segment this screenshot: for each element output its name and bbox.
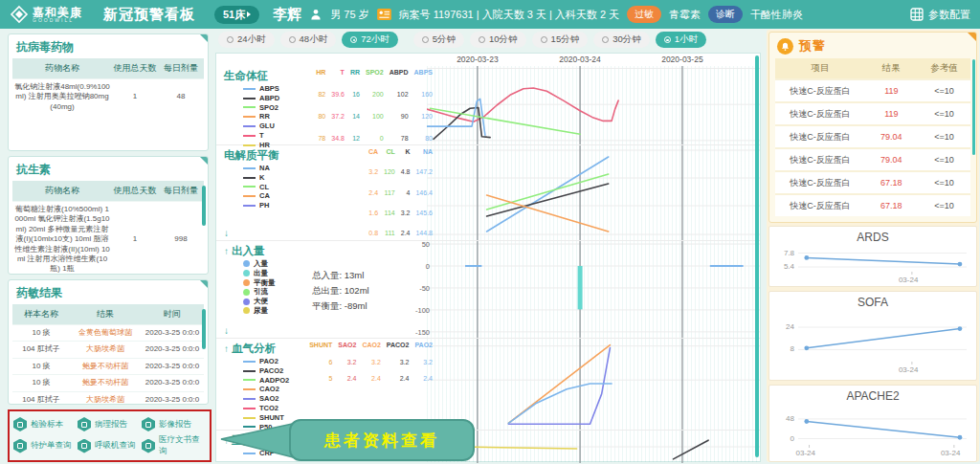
axis-column-ABPS: ABPS16012080	[414, 69, 433, 142]
quick-link-imaging[interactable]: 影像报告	[142, 414, 206, 434]
allergy-value: 青霉素	[669, 8, 701, 22]
warning-row: 快速C-反应蛋白119<=10	[775, 79, 970, 102]
warning-title: 预警	[799, 37, 826, 55]
axis-labels: CA3.22.41.60.8CL120117114111K4.843.22.4N…	[329, 148, 433, 236]
warning-table-wrap: 项目结果参考值快速C-反应蛋白119<=10快速C-反应蛋白119<=10快速C…	[769, 58, 976, 216]
quick-link-medical-docs[interactable]: 医疗文书查询	[142, 434, 206, 457]
interval-button-24小时[interactable]: 24小时	[218, 32, 275, 48]
interval-button-5分钟[interactable]: 5分钟	[413, 32, 464, 48]
legend-swatch	[243, 398, 256, 400]
chart-sections: 生命体征ABPSABPDSPO2RRGLUTHRHR828078T39.637.…	[216, 66, 760, 462]
legend-swatch	[243, 167, 256, 169]
radio-icon	[289, 36, 296, 43]
legend-swatch	[243, 177, 256, 179]
callout-tail	[220, 423, 297, 459]
axis-column-K: K4.843.22.4	[401, 148, 411, 236]
interval-button-72小时[interactable]: 72小时	[342, 32, 398, 48]
y-axis-ticks: 500-50-100-150	[393, 241, 432, 338]
y-tick: -150	[415, 328, 430, 337]
legend-item: CA	[243, 191, 270, 201]
legend-swatch	[243, 307, 250, 314]
score-card-title: ARDS	[769, 227, 976, 244]
legend-swatch	[243, 116, 256, 118]
legend-item: PAO2	[243, 357, 289, 366]
logo-text: 嘉和美康	[33, 7, 82, 18]
up-arrow-icon: ↑	[224, 343, 229, 354]
plot-area-io-volume	[427, 241, 760, 338]
quick-link-pathology[interactable]: 病理报告	[78, 414, 142, 434]
radio-icon	[664, 36, 671, 43]
legend-swatch	[243, 408, 256, 409]
plot-area-electrolyte	[427, 145, 760, 240]
chart-scrollbar[interactable]	[755, 55, 759, 457]
interval-button-15分钟[interactable]: 15分钟	[532, 32, 589, 48]
warning-header: 预警	[769, 33, 976, 57]
imaging-report-icon	[142, 417, 155, 431]
chart-section-io-volume: ↑出入量入量出量平衡量引流大便尿量总入量: 13ml总出量: 102ml平衡量:…	[216, 240, 760, 338]
radio-icon	[227, 36, 234, 43]
legend-item: K	[243, 173, 270, 183]
axis-column-SHUNT: SHUNT65	[309, 342, 332, 382]
legend-item: ABPS	[243, 84, 279, 94]
panel-table: 样本名称结果时间10 痰金黄色葡萄球菌2020-3-25 0:0:0104 肛拭…	[12, 304, 204, 405]
quick-link-label: 特护单查询	[31, 440, 72, 452]
warning-column-header: 结果	[865, 58, 918, 79]
warning-scrollbar[interactable]	[972, 59, 975, 155]
panel-scrollbar[interactable]	[202, 186, 206, 226]
legend-swatch	[243, 361, 256, 363]
plot-area-key-indicators	[427, 431, 760, 462]
legend-item: 大便	[243, 297, 276, 306]
interval-button-1小时[interactable]: 1小时	[656, 32, 706, 48]
down-arrow-icon: ↓	[224, 228, 229, 238]
score-x-tick: 03-24	[941, 449, 969, 457]
score-y-tick: 7.8	[775, 249, 794, 257]
legend-item: CAO2	[243, 385, 289, 394]
legend-swatch	[243, 195, 256, 197]
score-y-tick: 24	[775, 322, 794, 331]
trend-chart-panel: 2020-03-232020-03-242020-03-25 生命体征ABPSA…	[215, 53, 761, 462]
chart-section-blood-gas: ↑血气分析PAO2PACO2AADPO2CAO2SAO2TCO2SHUNTP50…	[216, 338, 760, 430]
patient-card-icon	[377, 9, 391, 20]
interval-button-30分钟[interactable]: 30分钟	[593, 32, 650, 48]
axis-column-CL: CL120117114111	[384, 148, 395, 236]
case-info: 病案号 1197631 | 入院天数 3 天 | 入科天数 2 天	[399, 8, 619, 22]
legend-item: SAO2	[243, 394, 289, 404]
quick-link-label: 医疗文书查询	[159, 434, 206, 457]
legend-item: SPO2	[243, 103, 279, 113]
drug-sensitivity-panel: 药敏结果样本名称结果时间10 痰金黄色葡萄球菌2020-3-25 0:0:010…	[8, 279, 209, 405]
legend-swatch	[243, 144, 256, 146]
axis-column-NA: NA147.2146.4145.6144.8	[415, 148, 433, 236]
legend-item: PH	[243, 201, 270, 210]
interval-button-10分钟[interactable]: 10分钟	[470, 32, 526, 48]
score-y-tick: 0	[775, 434, 794, 443]
chart-section-vital-signs: 生命体征ABPSABPDSPO2RRGLUTHRHR828078T39.637.…	[216, 66, 760, 144]
logo: 嘉和美康 GOODWILL	[10, 5, 82, 24]
interval-button-48小时[interactable]: 48小时	[280, 32, 337, 48]
quick-link-label: 影像报告	[159, 419, 191, 431]
ventilator-icon	[78, 439, 91, 453]
chart-section-electrolyte: 电解质平衡NAKCLCAPHCA3.22.41.60.8CL1201171141…	[216, 144, 760, 240]
plot-area-vital-signs	[427, 66, 760, 144]
axis-column-SAO2: SAO23.22.4	[338, 342, 356, 382]
table-row: 氯化钠注射液48ml(0.9%100ml) 注射用奥美拉唑钠80mg(40mg)…	[12, 79, 204, 116]
quick-link-ventilator[interactable]: 呼吸机查询	[78, 434, 142, 457]
date-axis: 2020-03-232020-03-242020-03-25	[216, 54, 760, 66]
score-card-title: APACHE2	[769, 386, 976, 403]
callout-bubble: 患者资料查看	[289, 419, 475, 461]
score-plot: 7.85.403-24	[798, 244, 965, 273]
column-header: 使用总天数	[112, 181, 158, 202]
legend-item: RR	[243, 112, 279, 122]
bed-badge[interactable]: 51床	[214, 6, 259, 24]
score-x-tick: 03-24	[899, 365, 927, 374]
score-x-tick: 03-24	[796, 449, 825, 457]
patient-name: 李辉	[273, 6, 301, 24]
panel-scrollbar[interactable]	[202, 309, 206, 349]
warning-table: 项目结果参考值快速C-反应蛋白119<=10快速C-反应蛋白119<=10快速C…	[775, 58, 970, 216]
legend-item: 平衡量	[243, 278, 276, 288]
quick-link-specimen[interactable]: 检验标本	[13, 414, 78, 434]
warning-column-header: 项目	[775, 58, 865, 79]
y-tick: 0	[426, 262, 430, 271]
settings-button[interactable]: 参数配置	[910, 8, 970, 22]
warning-row: 快速C-反应蛋白67.18<=10	[775, 194, 970, 216]
quick-link-special-care[interactable]: 特护单查询	[13, 434, 78, 457]
